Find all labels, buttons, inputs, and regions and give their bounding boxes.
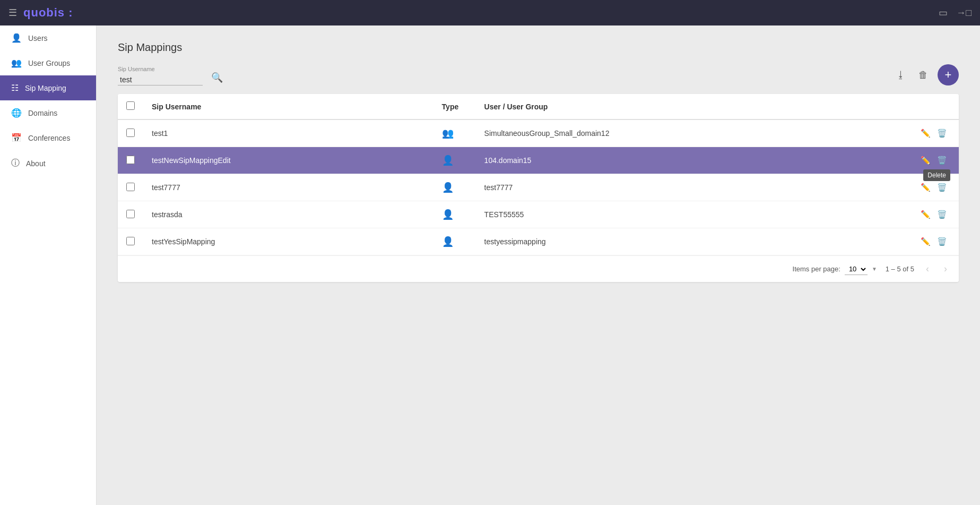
page-title: Sip Mappings: [118, 41, 959, 54]
app-logo: quobis :: [23, 6, 73, 20]
sidebar-item-sip-mapping[interactable]: ☷ Sip Mapping: [0, 75, 96, 100]
chevron-down-icon: ▼: [872, 266, 877, 272]
sidebar-item-conferences[interactable]: 📅 Conferences: [0, 125, 96, 150]
sidebar-item-user-groups[interactable]: 👥 User Groups: [0, 50, 96, 75]
sip-mappings-table: Sip Username Type User / User Group test…: [118, 94, 959, 255]
cell-sip-username: test7777: [143, 174, 433, 201]
cell-user-group: test7777: [476, 174, 906, 201]
cell-type: 👤: [433, 174, 476, 201]
row-checkbox[interactable]: [126, 237, 135, 245]
user-type-icon: 👤: [442, 155, 454, 166]
delete-row-button[interactable]: 🗑️: [934, 126, 950, 140]
cell-sip-username: testrasda: [143, 201, 433, 228]
add-button[interactable]: +: [938, 64, 959, 85]
sidebar-item-sip-mapping-label: Sip Mapping: [25, 84, 66, 92]
next-page-button[interactable]: ›: [941, 262, 950, 276]
delete-wrapper: 🗑️Delete: [934, 153, 950, 167]
sip-username-label: Sip Username: [118, 66, 203, 72]
header-sip-username: Sip Username: [143, 94, 433, 119]
topbar: ☰ quobis : ▭ →□: [0, 0, 980, 25]
user-type-icon: 👤: [442, 236, 454, 247]
sidebar-item-users[interactable]: 👤 Users: [0, 25, 96, 50]
cell-type: 👥: [433, 119, 476, 147]
cell-user-group: 104.domain15: [476, 147, 906, 174]
cell-type: 👤: [433, 147, 476, 174]
cell-user-group: testyessipmapping: [476, 228, 906, 255]
prev-page-button[interactable]: ‹: [923, 262, 932, 276]
toolbar-right: ⭳ 🗑 +: [893, 64, 959, 85]
cell-user-group: TEST55555: [476, 201, 906, 228]
cell-actions: ✏️🗑️: [906, 201, 959, 228]
page-range: 1 – 5 of 5: [886, 265, 914, 273]
conferences-icon: 📅: [11, 133, 22, 143]
expand-icon[interactable]: ▭: [939, 7, 948, 19]
header-actions: [906, 94, 959, 119]
delete-wrapper: 🗑️: [934, 235, 950, 249]
domains-icon: 🌐: [11, 108, 22, 118]
row-checkbox[interactable]: [126, 210, 135, 218]
pagination: Items per page: 10 5 25 50 ▼ 1 – 5 of 5 …: [118, 255, 959, 282]
sidebar-item-domains[interactable]: 🌐 Domains: [0, 100, 96, 125]
sidebar-item-about-label: About: [26, 159, 46, 168]
table-body: test1👥SimultaneousGroup_Small_domain12✏️…: [118, 119, 959, 255]
row-checkbox[interactable]: [126, 156, 135, 164]
user-type-icon: 👤: [442, 182, 454, 193]
sip-username-filter: Sip Username: [118, 66, 203, 85]
row-checkbox[interactable]: [126, 129, 135, 137]
cell-sip-username: testNewSipMappingEdit: [143, 147, 433, 174]
table-row: test1👥SimultaneousGroup_Small_domain12✏️…: [118, 119, 959, 147]
table-row: testNewSipMappingEdit👤104.domain15✏️🗑️De…: [118, 147, 959, 174]
plus-icon: +: [945, 68, 952, 82]
user-groups-icon: 👥: [11, 58, 22, 68]
sidebar-item-about[interactable]: ⓘ About: [0, 150, 96, 176]
edit-row-button[interactable]: ✏️: [917, 181, 934, 194]
about-icon: ⓘ: [11, 158, 20, 169]
sidebar: 👤 Users 👥 User Groups ☷ Sip Mapping 🌐 Do…: [0, 25, 97, 505]
search-icon: 🔍: [211, 72, 223, 83]
delete-row-button[interactable]: 🗑️: [934, 235, 950, 249]
table-row: test7777👤test7777✏️🗑️: [118, 174, 959, 201]
items-per-page-label: Items per page:: [793, 265, 840, 273]
edit-row-button[interactable]: ✏️: [917, 235, 934, 249]
cell-user-group: SimultaneousGroup_Small_domain12: [476, 119, 906, 147]
main-content: Sip Mappings Sip Username 🔍 ⭳ 🗑 +: [97, 25, 980, 505]
sidebar-item-user-groups-label: User Groups: [28, 59, 70, 67]
delete-selected-button[interactable]: 🗑: [915, 66, 931, 84]
layout: 👤 Users 👥 User Groups ☷ Sip Mapping 🌐 Do…: [0, 25, 980, 505]
users-icon: 👤: [11, 33, 22, 43]
cell-type: 👤: [433, 228, 476, 255]
delete-wrapper: 🗑️: [934, 126, 950, 140]
delete-row-button[interactable]: 🗑️: [934, 208, 950, 221]
topbar-left: ☰ quobis :: [8, 6, 73, 20]
edit-row-button[interactable]: ✏️: [917, 153, 934, 167]
cell-actions: ✏️🗑️: [906, 119, 959, 147]
sip-username-input[interactable]: [118, 74, 203, 85]
delete-wrapper: 🗑️: [934, 181, 950, 194]
delete-row-button[interactable]: 🗑️: [934, 181, 950, 194]
sidebar-item-domains-label: Domains: [28, 109, 57, 117]
table-header-row: Sip Username Type User / User Group: [118, 94, 959, 119]
delete-row-button[interactable]: 🗑️: [934, 153, 950, 167]
items-per-page: Items per page: 10 5 25 50 ▼: [793, 263, 877, 275]
cell-type: 👤: [433, 201, 476, 228]
hamburger-icon[interactable]: ☰: [8, 7, 17, 19]
trash-icon: 🗑: [918, 70, 928, 80]
edit-row-button[interactable]: ✏️: [917, 208, 934, 221]
table-row: testYesSipMapping👤testyessipmapping✏️🗑️: [118, 228, 959, 255]
edit-row-button[interactable]: ✏️: [917, 126, 934, 140]
logout-icon[interactable]: →□: [956, 7, 972, 19]
cell-actions: ✏️🗑️: [906, 228, 959, 255]
header-user-group: User / User Group: [476, 94, 906, 119]
filter-bar: Sip Username 🔍 ⭳ 🗑 +: [118, 64, 959, 85]
group-type-icon: 👥: [442, 128, 454, 139]
download-icon: ⭳: [896, 70, 906, 80]
sip-mapping-icon: ☷: [11, 83, 19, 93]
delete-tooltip-label: Delete: [923, 169, 950, 181]
row-checkbox[interactable]: [126, 183, 135, 191]
download-button[interactable]: ⭳: [893, 66, 909, 84]
select-all-checkbox[interactable]: [126, 101, 135, 110]
delete-wrapper: 🗑️: [934, 208, 950, 221]
user-type-icon: 👤: [442, 209, 454, 220]
per-page-select[interactable]: 10 5 25 50: [845, 263, 868, 275]
search-button[interactable]: 🔍: [209, 70, 225, 85]
